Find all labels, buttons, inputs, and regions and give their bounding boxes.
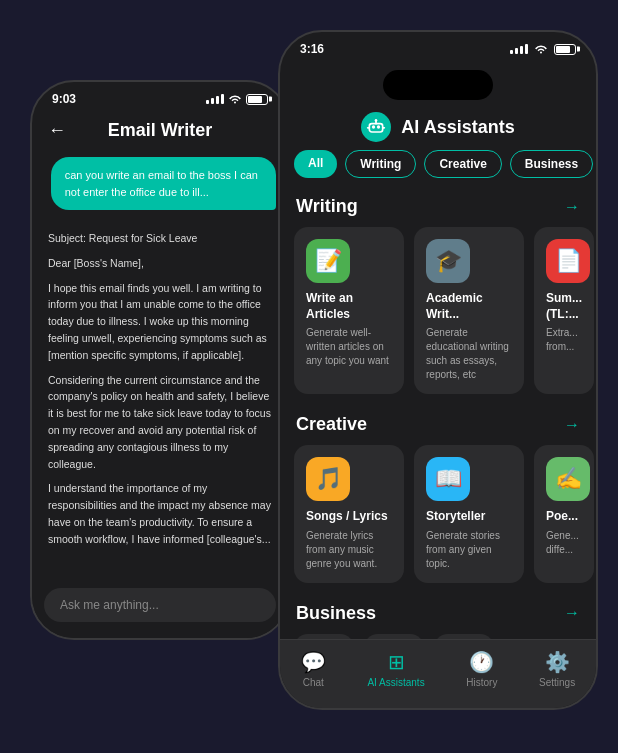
history-nav-label: History — [466, 677, 497, 688]
card-academic-writing[interactable]: 🎓 Academic Writ... Generate educational … — [414, 227, 524, 394]
card-write-articles[interactable]: 📝 Write an Articles Generate well-writte… — [294, 227, 404, 394]
page-title: AI Assistants — [401, 117, 514, 138]
email-content: Subject: Request for Sick Leave Dear [Bo… — [32, 218, 288, 568]
svg-point-1 — [377, 125, 380, 128]
creative-section-header: Creative → — [280, 406, 596, 445]
card-name-songs: Songs / Lyrics — [306, 509, 392, 525]
card-poetry-partial[interactable]: ✍️ Poe... Gene... diffe... — [534, 445, 594, 583]
right-phone: 3:16 — [278, 30, 598, 710]
card-songs[interactable]: 🎵 Songs / Lyrics Generate lyrics from an… — [294, 445, 404, 583]
history-nav-icon: 🕐 — [469, 650, 494, 674]
card-desc-poetry: Gene... diffe... — [546, 529, 582, 557]
filter-row: All Writing Creative Business Social... — [280, 150, 596, 188]
card-desc-songs: Generate lyrics from any music genre you… — [306, 529, 392, 571]
svg-rect-2 — [370, 124, 383, 132]
card-icon-poetry: ✍️ — [546, 457, 590, 501]
card-name-poetry: Poe... — [546, 509, 582, 525]
email-para1: I hope this email finds you well. I am w… — [48, 280, 272, 364]
wifi-icon — [228, 94, 242, 104]
left-header: ← Email Writer — [32, 112, 288, 149]
nav-chat[interactable]: 💬 Chat — [301, 650, 326, 688]
card-desc-academic: Generate educational writing such as ess… — [426, 326, 512, 382]
battery-icon — [554, 44, 576, 55]
filter-business[interactable]: Business — [510, 150, 593, 178]
writing-section-title: Writing — [296, 196, 358, 217]
filter-writing[interactable]: Writing — [345, 150, 416, 178]
card-name-storyteller: Storyteller — [426, 509, 512, 525]
left-input-area: Ask me anything... — [32, 580, 288, 638]
card-icon-articles: 📝 — [306, 239, 350, 283]
page-title: Email Writer — [74, 120, 272, 141]
card-name-summary: Sum... (TL:... — [546, 291, 582, 322]
user-chat-bubble: can you write an email to the boss I can… — [51, 157, 276, 210]
nav-settings[interactable]: ⚙️ Settings — [539, 650, 575, 688]
bottom-nav: 💬 Chat ⊞ AI Assistants 🕐 History ⚙️ Sett… — [280, 639, 596, 708]
email-para2: Considering the current circumstance and… — [48, 372, 272, 473]
left-time: 9:03 — [52, 92, 76, 106]
card-icon-songs: 🎵 — [306, 457, 350, 501]
left-status-bar: 9:03 — [32, 82, 288, 112]
card-icon-academic: 🎓 — [426, 239, 470, 283]
business-section-arrow[interactable]: → — [564, 604, 580, 622]
nav-history[interactable]: 🕐 History — [466, 650, 497, 688]
filter-all[interactable]: All — [294, 150, 337, 178]
creative-section-arrow[interactable]: → — [564, 416, 580, 434]
card-desc-storyteller: Generate stories from any given topic. — [426, 529, 512, 571]
svg-point-3 — [375, 119, 378, 122]
email-salutation: Dear [Boss's Name], — [48, 255, 272, 272]
chat-nav-label: Chat — [303, 677, 324, 688]
back-button[interactable]: ← — [48, 120, 66, 141]
card-desc-summary: Extra... from... — [546, 326, 582, 354]
writing-cards-row: 📝 Write an Articles Generate well-writte… — [280, 227, 596, 406]
creative-section-title: Creative — [296, 414, 367, 435]
creative-cards-row: 🎵 Songs / Lyrics Generate lyrics from an… — [280, 445, 596, 595]
card-desc-articles: Generate well-written articles on any to… — [306, 326, 392, 368]
settings-nav-icon: ⚙️ — [545, 650, 570, 674]
chat-input[interactable]: Ask me anything... — [44, 588, 276, 622]
business-section-title: Business — [296, 603, 376, 624]
left-status-icons — [206, 94, 268, 105]
email-subject: Subject: Request for Sick Leave — [48, 230, 272, 247]
email-para3: I understand the importance of my respon… — [48, 480, 272, 547]
signal-icon — [510, 44, 528, 54]
settings-nav-label: Settings — [539, 677, 575, 688]
dynamic-island — [383, 70, 493, 100]
right-status-bar: 3:16 — [280, 32, 596, 62]
right-status-icons — [510, 44, 576, 55]
nav-ai-assistants[interactable]: ⊞ AI Assistants — [367, 650, 424, 688]
left-phone: 9:03 ← Email Writer can you write an ema… — [30, 80, 290, 640]
card-name-articles: Write an Articles — [306, 291, 392, 322]
ai-assistants-nav-label: AI Assistants — [367, 677, 424, 688]
card-storyteller[interactable]: 📖 Storyteller Generate stories from any … — [414, 445, 524, 583]
scrollable-content: Writing → 📝 Write an Articles Generate w… — [280, 188, 596, 710]
business-section-header: Business → — [280, 595, 596, 634]
card-summary-partial[interactable]: 📄 Sum... (TL:... Extra... from... — [534, 227, 594, 394]
filter-creative[interactable]: Creative — [424, 150, 501, 178]
card-icon-storyteller: 📖 — [426, 457, 470, 501]
right-time: 3:16 — [300, 42, 324, 56]
writing-section-header: Writing → — [280, 188, 596, 227]
battery-icon — [246, 94, 268, 105]
wifi-icon — [534, 44, 548, 54]
card-name-academic: Academic Writ... — [426, 291, 512, 322]
bot-icon — [361, 112, 391, 142]
ai-assistants-nav-icon: ⊞ — [388, 650, 405, 674]
card-icon-summary: 📄 — [546, 239, 590, 283]
right-header: AI Assistants — [280, 108, 596, 150]
chat-nav-icon: 💬 — [301, 650, 326, 674]
writing-section-arrow[interactable]: → — [564, 198, 580, 216]
svg-point-0 — [372, 125, 375, 128]
signal-icon — [206, 94, 224, 104]
